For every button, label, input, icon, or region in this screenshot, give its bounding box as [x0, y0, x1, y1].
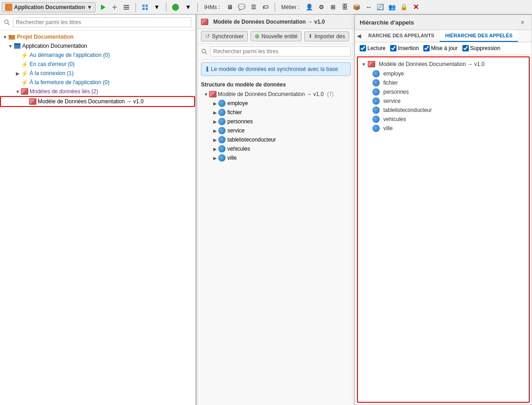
- hier-root[interactable]: ▼ Modèle de Données Documentation → v1.0: [361, 61, 525, 67]
- left-search-bar: [0, 15, 195, 30]
- group-icon[interactable]: 👥: [387, 2, 398, 13]
- info-text: Le modèle de données est synchronisé ave…: [211, 66, 338, 72]
- list-button[interactable]: [121, 2, 132, 13]
- tablelisteconducteur-toggle[interactable]: ▶: [212, 137, 218, 142]
- entity-vehicules[interactable]: ▶ vehicules: [201, 144, 351, 153]
- dropdown-button[interactable]: ▼: [151, 2, 162, 13]
- checkbox-insertion[interactable]: Insertion: [390, 45, 419, 51]
- entity-tablelisteconducteur[interactable]: ▶ tablelisteconducteur: [201, 135, 351, 144]
- main-toolbar: Application Documentation ▼ ▼ ▼ IHMs : 🖥…: [0, 0, 532, 15]
- middle-search-input[interactable]: [210, 46, 351, 56]
- import-label: Importer des: [314, 33, 345, 40]
- data-tree: ▼ Modèle de Données Documentation → v1.0…: [197, 90, 354, 162]
- separator-4: [275, 3, 275, 12]
- vehicules-toggle[interactable]: ▶: [212, 147, 218, 152]
- lock-icon[interactable]: 🔒: [399, 2, 410, 13]
- employe-toggle[interactable]: ▶: [212, 101, 218, 106]
- cube-icon[interactable]: 📦: [351, 2, 362, 13]
- arrow-icon[interactable]: ↔: [363, 2, 374, 13]
- data-model-root[interactable]: ▼ Modèle de Données Documentation → v1.0…: [201, 90, 351, 99]
- hier-service[interactable]: service: [371, 96, 525, 106]
- checkbox-mise-a-jour[interactable]: Mise à jour: [423, 45, 458, 51]
- hier-tablelisteconducteur[interactable]: tablelisteconducteur: [371, 106, 525, 115]
- app-toggle[interactable]: ▼: [7, 43, 14, 49]
- left-search-input[interactable]: [13, 17, 191, 27]
- insertion-checkbox[interactable]: [390, 45, 396, 51]
- info-banner: ℹ Le modèle de données est synchronisé a…: [201, 62, 351, 76]
- hierarchy-close-button[interactable]: ×: [518, 18, 527, 27]
- hier-root-toggle[interactable]: ▼: [361, 62, 366, 67]
- personnes-toggle[interactable]: ▶: [212, 119, 218, 124]
- checkbox-lecture[interactable]: Lecture: [360, 45, 386, 51]
- entity-service[interactable]: ▶ service: [201, 126, 351, 135]
- hier-vehicules[interactable]: vehicules: [371, 115, 525, 124]
- tree-project-root[interactable]: ▼ Projet Documentation: [0, 32, 195, 41]
- svg-rect-3: [124, 5, 129, 6]
- grid-button[interactable]: [140, 2, 151, 13]
- tree-error[interactable]: ▶ ⚡ En cas d'erreur (0): [0, 60, 195, 69]
- mise-a-jour-checkbox[interactable]: [423, 45, 430, 51]
- app-tree-label: Application Documentation: [22, 43, 87, 49]
- middle-header: Modèle de Données Documentation → v1.0: [197, 15, 354, 29]
- sync-btn-icon: ↺: [205, 33, 210, 40]
- tree-app[interactable]: ▼ Application Documentation: [0, 41, 195, 51]
- employe-label: employe: [227, 100, 248, 106]
- person-icon[interactable]: 👤: [304, 2, 315, 13]
- wrench-button[interactable]: [109, 2, 120, 13]
- entity-fichier[interactable]: ▶ fichier: [201, 108, 351, 117]
- tree-model-selected[interactable]: ▶ Modèle de Données Documentation → v1.0: [0, 96, 195, 107]
- lecture-checkbox[interactable]: [360, 45, 366, 51]
- gear-icon[interactable]: ⚙: [316, 2, 327, 13]
- project-label: Projet Documentation: [17, 34, 74, 40]
- vehicules-globe-icon: [218, 145, 226, 152]
- monitor-icon[interactable]: 🖥: [225, 2, 236, 13]
- new-entity-button[interactable]: ⊕ Nouvelle entité: [251, 31, 301, 41]
- fichier-label: fichier: [227, 109, 242, 116]
- checkbox-suppression[interactable]: Suppression: [462, 45, 501, 51]
- hierarchy-checkboxes: Lecture Insertion Mise à jour Suppressio…: [355, 42, 532, 55]
- entity-personnes[interactable]: ▶ personnes: [201, 117, 351, 126]
- login-toggle[interactable]: ▶: [15, 70, 21, 76]
- hier-employe[interactable]: employe: [371, 69, 525, 78]
- tab-arrow-callers: ◀: [355, 30, 363, 42]
- tab-callers[interactable]: RARCHIE DES APPELANTS: [363, 30, 440, 42]
- entity-employe[interactable]: ▶ employe: [201, 99, 351, 108]
- svg-rect-8: [142, 8, 145, 10]
- chat-icon[interactable]: 💬: [236, 2, 247, 13]
- sync-button[interactable]: ↺ Synchroniser: [201, 31, 248, 41]
- close-label: À la fermeture de l'application (0): [30, 79, 110, 86]
- tree-login[interactable]: ▶ ⚡ À la connexion (1): [0, 69, 195, 78]
- data-models-toggle[interactable]: ▼: [15, 88, 21, 95]
- sync-icon[interactable]: 🔄: [375, 2, 386, 13]
- personnes-globe-icon: [218, 118, 226, 125]
- entity-ville[interactable]: ▶ ville: [201, 153, 351, 162]
- tree-close[interactable]: ▶ ⚡ À la fermeture de l'application (0): [0, 78, 195, 87]
- fichier-toggle[interactable]: ▶: [212, 110, 218, 115]
- hier-personnes[interactable]: personnes: [371, 87, 525, 96]
- tree-data-models[interactable]: ▼ Modèles de données liés (2): [0, 87, 195, 96]
- middle-panel: Modèle de Données Documentation → v1.0 ↺…: [197, 15, 355, 405]
- tag-icon[interactable]: 🏷: [260, 2, 271, 13]
- table-icon[interactable]: ⊞: [328, 2, 339, 13]
- app-title-button[interactable]: Application Documentation ▼: [2, 2, 95, 12]
- service-toggle[interactable]: ▶: [212, 128, 218, 133]
- hier-fichier[interactable]: fichier: [371, 78, 525, 87]
- ville-toggle[interactable]: ▶: [212, 156, 218, 161]
- svg-marker-0: [101, 5, 105, 10]
- suppression-checkbox[interactable]: [462, 45, 469, 51]
- globe-dropdown[interactable]: ▼: [183, 2, 194, 13]
- close-red-button[interactable]: ✕: [411, 2, 422, 13]
- tab-called[interactable]: HIÉRARCHIE DES APPELÉS: [440, 30, 518, 42]
- globe-button[interactable]: [170, 2, 181, 13]
- tablelisteconducteur-globe-icon: [218, 136, 226, 143]
- play-button[interactable]: [97, 2, 108, 13]
- project-toggle[interactable]: ▼: [2, 34, 8, 40]
- employe-globe-icon: [218, 100, 226, 107]
- tree-startup[interactable]: ▶ ⚡ Au démarrage de l'application (0): [0, 51, 195, 60]
- data-root-toggle[interactable]: ▼: [203, 92, 209, 97]
- import-button[interactable]: ⬇ Importer des: [304, 31, 349, 41]
- menu-icon[interactable]: ☰: [248, 2, 259, 13]
- hier-ville[interactable]: ville: [371, 124, 525, 133]
- db-icon[interactable]: 🗄: [340, 2, 351, 13]
- hierarchy-header: Hiérarchie d'appels ×: [355, 15, 532, 30]
